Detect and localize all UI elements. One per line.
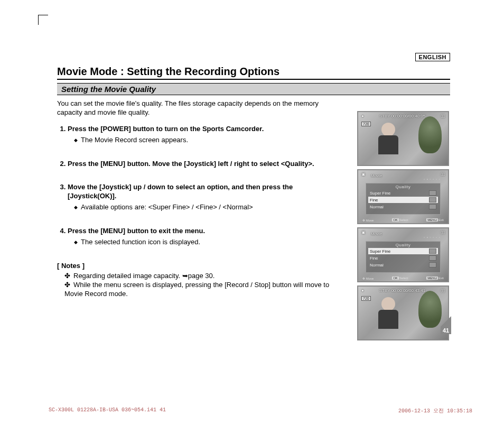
battery-icon: ▯▯ (441, 230, 445, 235)
step-3: Move the [Joystick] up / down to select … (68, 183, 337, 212)
joystick-icon: ✥ (362, 277, 365, 280)
menu-item-superfine: Super Fine (368, 248, 438, 254)
notes-list: Regarding detailed image capacity. ➥page… (57, 272, 337, 299)
language-tag: ENGLISH (415, 53, 450, 61)
menu-item-superfine: Super Fine (368, 190, 438, 196)
crop-mark (38, 15, 48, 25)
page-number-tab: 41 (441, 316, 451, 334)
step-2: Press the [MENU] button. Move the [Joyst… (68, 160, 337, 169)
rec-icon: ● (361, 288, 364, 293)
step-4: Press the [MENU] button to exit the menu… (68, 227, 337, 247)
battery-icon: ▯▯ (441, 172, 445, 177)
ok-key: OK (392, 276, 399, 280)
menu-item-fine: Fine (368, 255, 438, 261)
quality-menu: Quality Super Fine Fine Normal (366, 183, 441, 215)
intro-text: You can set the movie file's quality. Th… (57, 99, 337, 117)
menu-key: MENU (426, 276, 438, 280)
quality-icon (429, 262, 436, 268)
note-item: While the menu screen is displayed, pres… (64, 281, 337, 299)
menu-hints: ✥ Move OKSelect MENUExit (362, 218, 444, 222)
menu-item-normal: Normal (368, 262, 438, 268)
joystick-icon: ✥ (362, 219, 365, 222)
battery-icon: ▯▯ (441, 114, 445, 118)
step-text: Press the [MENU] button. Move the [Joyst… (68, 160, 314, 168)
osd-status: ● STBY 00:00:00/00:43:41 ▯▯ (361, 288, 445, 293)
figure-2: 2 ▣Movie▯▯ ▫ ▪ ▫ ▫ ▫ ▫ Quality Super Fin… (357, 169, 449, 224)
quality-icon (429, 255, 436, 261)
battery-icon: ▯▯ (441, 288, 445, 293)
quality-icon (429, 197, 436, 202)
section-subtitle: Setting the Movie Quality (57, 83, 450, 95)
resolution-tag: 720 (361, 296, 371, 301)
page-number: 41 (441, 327, 451, 334)
menu-key: MENU (426, 218, 438, 222)
ok-key: OK (392, 218, 399, 222)
camera-scene (358, 287, 448, 339)
quality-icon (429, 248, 436, 254)
menu-tabs: ▫ ▪ ▫ ▫ ▫ ▫ (366, 178, 441, 181)
quality-icon (429, 190, 436, 196)
menu-header: Quality (368, 185, 438, 189)
quality-icon (429, 204, 436, 209)
menu-item-fine: Fine (368, 197, 438, 203)
camcorder-icon: ▣ (361, 172, 366, 177)
figure-badge: 3 (357, 227, 358, 235)
step-sub: The selected function icon is displayed. (74, 238, 337, 247)
print-footer: SC-X300L 01228A-IB-USA 036~054.i41 41 20… (49, 407, 472, 414)
osd-status: ● STBY 00:00:00/00:40:05 ▯▯ (361, 114, 445, 118)
menu-item-normal: Normal (368, 204, 438, 210)
footer-left: SC-X300L 01228A-IB-USA 036~054.i41 41 (49, 407, 166, 414)
menu-hints: ✥ Move OKSelect MENUExit (362, 276, 444, 280)
step-sub: Available options are: <Super Fine> / <F… (74, 203, 337, 212)
figure-badge: 2 (357, 169, 358, 177)
figure-1: 1 ● STBY 00:00:00/00:40:05 ▯▯ 720 (357, 111, 449, 166)
step-text: Press the [POWER] button to turn on the … (68, 125, 264, 133)
figure-3: 3 ▣Movie▯▯ ▫ ▪ ▫ ▫ ▫ ▫ Quality Super Fin… (357, 227, 449, 282)
manual-page: ENGLISH Movie Mode : Setting the Recordi… (57, 53, 450, 298)
quality-menu: Quality Super Fine Fine Normal (366, 241, 441, 273)
figure-4: 4 ● STBY 00:00:00/00:43:41 ▯▯ 720 (357, 285, 449, 340)
steps-list: Press the [POWER] button to turn on the … (57, 125, 337, 247)
resolution-tag: 720 (361, 122, 371, 126)
note-item: Regarding detailed image capacity. ➥page… (64, 272, 337, 281)
figure-column: 1 ● STBY 00:00:00/00:40:05 ▯▯ 720 2 ▣Mov… (357, 111, 452, 344)
step-text: Press the [MENU] button to exit the menu… (68, 227, 205, 235)
camcorder-icon: ▣ (361, 230, 366, 235)
step-1: Press the [POWER] button to turn on the … (68, 125, 337, 145)
menu-header: Quality (368, 243, 438, 247)
text-column: You can set the movie file's quality. Th… (57, 99, 337, 298)
notes-header: [ Notes ] (57, 262, 337, 271)
rec-icon: ● (361, 114, 364, 118)
step-sub: The Movie Record screen appears. (74, 136, 337, 145)
page-title: Movie Mode : Setting the Recording Optio… (57, 61, 450, 80)
menu-tabs: ▫ ▪ ▫ ▫ ▫ ▫ (366, 236, 441, 239)
step-text: Move the [Joystick] up / down to select … (68, 183, 293, 200)
camera-scene (358, 112, 448, 165)
footer-right: 2006-12-13 오전 10:35:18 (398, 407, 472, 414)
